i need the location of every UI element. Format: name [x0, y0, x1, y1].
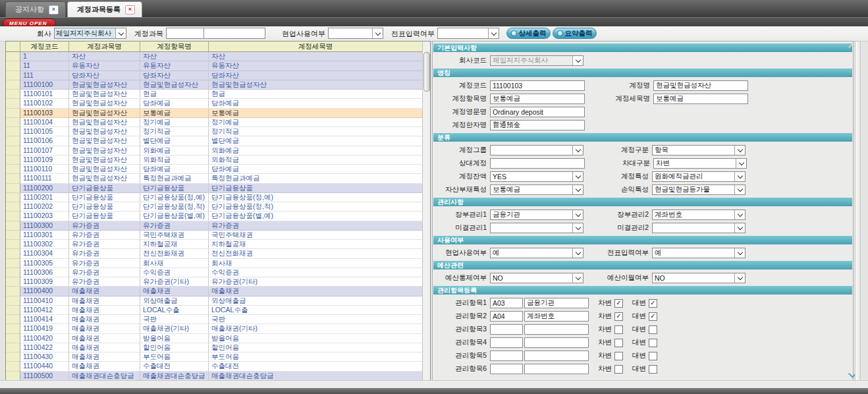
company-select[interactable]: 제일저지주식회사 — [54, 28, 126, 39]
field-select[interactable]: NO — [652, 273, 746, 283]
mgmt-name-input[interactable] — [524, 324, 589, 335]
mgmt-name-input[interactable] — [524, 311, 589, 322]
chevron-down-icon[interactable] — [734, 248, 745, 258]
chevron-down-icon[interactable] — [372, 28, 383, 38]
chevron-down-icon[interactable] — [572, 248, 583, 258]
table-row[interactable]: 11100104현금및현금성자산정기예금정기예금 — [6, 118, 422, 127]
credit-checkbox[interactable] — [649, 339, 657, 347]
table-row[interactable]: 1자산자산자산 — [6, 52, 422, 61]
credit-checkbox[interactable]: ✓ — [649, 312, 657, 321]
field-select[interactable]: 예 — [652, 248, 746, 258]
debit-checkbox[interactable] — [614, 325, 623, 334]
row-gutter[interactable] — [6, 306, 20, 315]
detail-print-button[interactable]: 상세출력 — [506, 28, 551, 39]
close-icon[interactable]: × — [49, 5, 59, 14]
row-gutter[interactable] — [6, 211, 20, 221]
table-row[interactable]: 11100430매출채권부도어음부도어음 — [6, 352, 422, 362]
table-row[interactable]: 11100414매출채권국판국판 — [6, 315, 422, 324]
mgmt-code-input[interactable] — [490, 311, 523, 322]
table-row[interactable]: 11100101현금및현금성자산현금현금 — [6, 90, 422, 99]
chevron-down-icon[interactable] — [734, 223, 745, 233]
table-row[interactable]: 11100419매출채권매출채권(기타)매출채권(기타) — [6, 324, 422, 333]
chevron-down-icon[interactable] — [736, 159, 746, 168]
row-gutter[interactable] — [6, 155, 20, 165]
table-row[interactable]: 11100309유가증권유가증권(기타)유가증권(기타) — [6, 277, 422, 287]
table-row[interactable]: 11100201단기금융상품단기금융상품(정,예)단기금융상품(정,예) — [6, 193, 422, 202]
table-row[interactable]: 11100422매출채권할인어음할인어음 — [6, 343, 422, 352]
row-gutter[interactable] — [6, 109, 20, 118]
field-select[interactable] — [490, 223, 583, 233]
row-gutter[interactable] — [6, 334, 20, 343]
table-row[interactable]: 11100110현금및현금성자산당좌예금당좌예금 — [6, 165, 422, 174]
field-input[interactable] — [653, 94, 748, 104]
chevron-down-icon[interactable] — [734, 185, 745, 194]
summary-print-button[interactable]: 요약출력 — [553, 28, 597, 39]
table-row[interactable]: 11유동자산유동자산유동자산 — [6, 61, 422, 70]
field-select[interactable]: 차변 — [653, 158, 747, 169]
table-row[interactable]: 11100202단기금융상품단기금융상품(정,적)단기금융상품(정,적) — [6, 202, 422, 211]
debit-checkbox[interactable] — [614, 352, 623, 360]
row-gutter[interactable] — [6, 90, 20, 99]
mgmt-name-input[interactable] — [524, 337, 589, 348]
field-select[interactable]: 금융기관 — [490, 210, 583, 220]
field-select[interactable]: 계좌번호 — [652, 210, 746, 220]
field-select[interactable]: 예 — [490, 248, 583, 258]
row-gutter[interactable] — [6, 61, 20, 70]
field-input[interactable] — [490, 120, 585, 130]
row-gutter[interactable] — [6, 268, 20, 277]
row-gutter[interactable] — [6, 259, 20, 268]
chevron-down-icon[interactable] — [734, 172, 745, 181]
debit-checkbox[interactable]: ✓ — [614, 312, 623, 321]
table-row[interactable]: 11100107현금및현금성자산외화예금외화예금 — [6, 146, 422, 155]
field-use-select[interactable] — [328, 28, 383, 39]
chevron-down-icon[interactable] — [572, 172, 583, 181]
row-gutter[interactable] — [6, 202, 20, 211]
row-gutter[interactable] — [6, 372, 20, 381]
chevron-down-icon[interactable] — [115, 28, 126, 38]
chevron-down-icon[interactable] — [572, 56, 583, 65]
table-row[interactable]: 11100105현금및현금성자산정기적금정기적금 — [6, 127, 422, 136]
chevron-down-icon[interactable] — [488, 28, 499, 38]
chevron-down-icon[interactable] — [572, 210, 583, 219]
chevron-down-icon[interactable] — [572, 223, 583, 233]
panel-scrollbar[interactable] — [855, 41, 861, 381]
mgmt-code-input[interactable] — [490, 337, 523, 348]
credit-checkbox[interactable] — [649, 365, 657, 374]
row-gutter[interactable] — [6, 127, 20, 136]
row-gutter[interactable] — [6, 352, 20, 362]
table-row[interactable]: 11100412매출채권LOCAL수출LOCAL수출 — [6, 306, 422, 315]
row-gutter[interactable] — [6, 240, 20, 249]
row-gutter[interactable] — [6, 146, 20, 155]
mgmt-name-input[interactable] — [524, 298, 589, 308]
mgmt-code-input[interactable] — [490, 298, 523, 308]
table-row[interactable]: 11100500매출채권대손충당금매출채권대손충당금매출채권대손충당금 — [6, 372, 422, 381]
chevron-down-icon[interactable] — [572, 273, 583, 283]
table-row[interactable]: 11100102현금및현금성자산당좌예금당좌예금 — [6, 99, 422, 108]
table-row[interactable]: 11100304유가증권전신전화채권전신전화채권 — [6, 249, 422, 258]
mgmt-code-input[interactable] — [490, 351, 523, 361]
table-row[interactable]: 11100302유가증권지하철공채지하철공채 — [6, 240, 422, 249]
table-row[interactable]: 11100305유가증권회사채회사채 — [6, 259, 422, 268]
field-select[interactable]: NO — [490, 273, 583, 283]
chevron-down-icon[interactable] — [572, 146, 583, 155]
row-gutter[interactable] — [6, 174, 20, 183]
row-gutter[interactable] — [6, 221, 20, 231]
credit-checkbox[interactable] — [649, 325, 657, 334]
table-row[interactable]: 11100111현금및현금성자산특정현금과예금특정현금과예금 — [6, 174, 422, 183]
chevron-down-icon[interactable] — [734, 273, 745, 283]
row-gutter[interactable] — [6, 343, 20, 352]
table-row[interactable]: 11100306유가증권수익증권수익증권 — [6, 268, 422, 277]
row-gutter[interactable] — [6, 99, 20, 108]
slip-entry-select[interactable] — [437, 28, 499, 39]
table-row[interactable]: 11100203단기금융상품단기금융상품(별,예)단기금융상품(별,예) — [6, 211, 422, 221]
table-scrollbar[interactable] — [422, 42, 430, 380]
row-gutter[interactable] — [6, 296, 20, 306]
table-row[interactable]: 11100100현금및현금성자산현금및현금성자산현금및현금성자산 — [6, 80, 422, 90]
mgmt-code-input[interactable] — [490, 364, 523, 374]
account-code-input[interactable] — [166, 28, 205, 39]
field-select[interactable]: 제일저지주식회사 — [490, 55, 583, 66]
table-row[interactable]: 11100410매출채권외상매출금외상매출금 — [6, 296, 422, 306]
tab-account-registration[interactable]: 계정과목등록 × — [67, 1, 142, 17]
field-select[interactable]: 보통예금 — [490, 184, 583, 195]
table-row[interactable]: 11100200단기금융상품단기금융상품단기금융상품 — [6, 184, 422, 193]
